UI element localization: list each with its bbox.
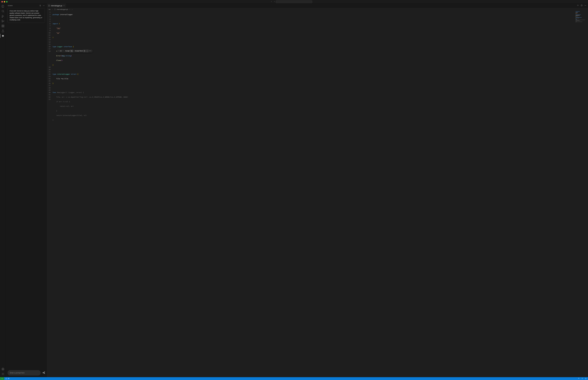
status-bar: 20 — [0, 377, 588, 380]
status-sparkle-icon[interactable] — [578, 378, 580, 380]
accept-label[interactable]: Accept — [65, 50, 70, 52]
history-nav — [270, 0, 275, 3]
minimize-window-button[interactable] — [4, 1, 5, 2]
explorer-icon[interactable] — [1, 5, 4, 8]
svg-point-20 — [582, 378, 583, 378]
forward-button[interactable] — [274, 0, 275, 3]
testing-icon[interactable] — [1, 29, 4, 33]
command-center-search[interactable] — [276, 0, 312, 3]
line-number-gutter: 1234567891011121314151617181920212223242… — [47, 11, 53, 377]
file-icon — [54, 8, 56, 10]
svg-point-11 — [2, 374, 3, 375]
close-window-button[interactable] — [1, 1, 3, 2]
settings-gear-icon[interactable] — [1, 373, 4, 376]
prev-suggestion-icon[interactable] — [58, 50, 59, 52]
gemini-intro-card: Chat with Gemini to help you deliver hig… — [8, 8, 45, 23]
window-controls — [0, 1, 8, 2]
svg-point-14 — [44, 5, 44, 6]
problems-count: 20 — [8, 378, 9, 380]
code-area[interactable]: package internallogger import ( "fmt" "o… — [53, 11, 588, 377]
breadcrumb-more[interactable]: ... — [72, 8, 73, 10]
svg-point-10 — [2, 368, 3, 369]
accept-key: Tab — [70, 50, 73, 52]
suggestion-counter: 1/1 — [60, 50, 62, 52]
chevron-right-icon — [69, 8, 71, 10]
svg-point-0 — [2, 10, 4, 12]
inline-suggestion-toolbar[interactable]: 1/1 Accept Tab Accept Word ⌘ → ••• — [57, 50, 93, 53]
tab-filename: internallogger.go — [51, 5, 62, 7]
more-icon[interactable] — [43, 5, 45, 7]
run-debug-icon[interactable] — [1, 15, 4, 18]
source-control-icon[interactable] — [1, 19, 4, 22]
svg-rect-5 — [2, 25, 3, 26]
svg-rect-6 — [2, 26, 3, 27]
svg-point-16 — [585, 5, 585, 5]
next-suggestion-icon[interactable] — [62, 50, 64, 52]
send-button[interactable] — [42, 371, 45, 375]
svg-point-3 — [2, 21, 2, 22]
svg-point-12 — [43, 5, 43, 6]
svg-point-18 — [586, 5, 586, 5]
info-icon — [5, 378, 7, 380]
title-bar — [0, 0, 588, 3]
gemini-side-panel: GEMINI Chat with Gemini to help you deli… — [6, 3, 47, 377]
svg-point-13 — [44, 5, 44, 6]
tab-actions — [577, 3, 588, 8]
breadcrumb[interactable]: src internallogger.go ... — [47, 8, 588, 11]
breadcrumb-file[interactable]: internallogger.go — [57, 8, 68, 10]
status-account-icon[interactable] — [581, 378, 583, 380]
more-icon[interactable]: ••• — [89, 50, 92, 52]
trash-icon[interactable] — [39, 5, 41, 7]
close-tab-icon[interactable] — [63, 5, 65, 6]
activity-bar — [0, 3, 6, 377]
editor-tabs: internallogger.go — [47, 3, 588, 8]
editor-body[interactable]: 1234567891011121314151617181920212223242… — [47, 11, 588, 377]
side-panel-title: GEMINI — [8, 5, 13, 6]
notifications-bell-icon[interactable] — [585, 378, 587, 380]
svg-point-17 — [585, 5, 586, 5]
accept-word-key2: → — [86, 50, 88, 52]
ai-sparkle-icon[interactable] — [577, 4, 579, 7]
back-button[interactable] — [270, 0, 272, 3]
breadcrumb-src[interactable]: src — [49, 8, 51, 10]
accept-word-label[interactable]: Accept Word — [75, 50, 83, 52]
remote-indicator[interactable] — [0, 377, 4, 380]
more-actions-icon[interactable] — [585, 4, 586, 7]
side-panel-header: GEMINI — [6, 3, 47, 8]
chevron-right-icon — [52, 8, 53, 10]
split-editor-icon[interactable] — [581, 4, 583, 7]
prompt-row — [6, 370, 47, 377]
svg-point-4 — [3, 21, 4, 21]
go-file-icon — [48, 5, 50, 7]
accept-word-key1: ⌘ — [83, 50, 86, 52]
maximize-window-button[interactable] — [6, 1, 8, 2]
svg-rect-8 — [3, 25, 4, 26]
gemini-icon[interactable] — [1, 34, 4, 38]
tab-internallogger[interactable]: internallogger.go — [47, 3, 66, 8]
accounts-icon[interactable] — [1, 367, 4, 371]
problems-indicator[interactable]: 20 — [4, 378, 10, 380]
search-icon[interactable] — [1, 10, 4, 13]
svg-point-2 — [2, 20, 2, 20]
prompt-input[interactable] — [8, 370, 41, 376]
editor-group: internallogger.go src internallogger.go … — [47, 3, 588, 377]
svg-rect-7 — [3, 26, 4, 27]
extensions-icon[interactable] — [1, 24, 4, 27]
